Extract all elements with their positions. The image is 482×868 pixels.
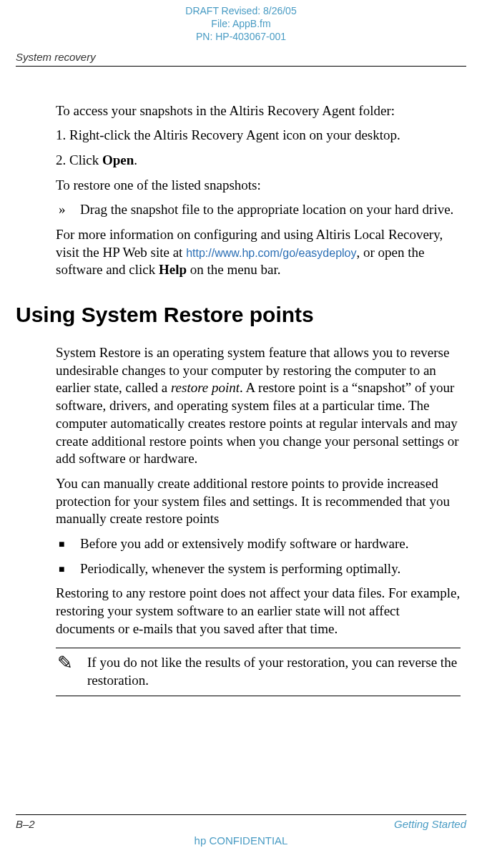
square-item-text: Before you add or extensively modify sof… xyxy=(80,535,409,553)
draft-line-2: File: AppB.fm xyxy=(0,17,482,30)
section-heading: Using System Restore points xyxy=(16,301,461,328)
ordered-item-1: 1. Right-click the Altiris Recovery Agen… xyxy=(56,127,461,145)
help-label: Help xyxy=(159,262,187,277)
draft-header: DRAFT Revised: 8/26/05 File: AppB.fm PN:… xyxy=(0,0,482,44)
list-number: 2. xyxy=(56,152,69,167)
list-text-a: Click xyxy=(69,152,102,167)
footer-title: Getting Started xyxy=(394,818,466,830)
restore-paragraph-1: System Restore is an operating system fe… xyxy=(56,344,461,468)
running-header: System recovery xyxy=(0,51,482,63)
draft-line-1: DRAFT Revised: 8/26/05 xyxy=(0,4,482,17)
arrow-item-text: Drag the snapshot file to the appropriat… xyxy=(80,201,453,219)
list-text-b: . xyxy=(134,152,137,167)
note-text: If you do not like the results of your r… xyxy=(87,654,461,689)
footer-rule xyxy=(16,814,466,815)
arrow-bullet-icon: » xyxy=(56,201,80,219)
list-text: Right-click the Altiris Recovery Agent i… xyxy=(69,127,400,142)
page-content: To access your snapshots in the Altiris … xyxy=(0,67,482,696)
note-block: ✎ If you do not like the results of your… xyxy=(56,648,461,696)
intro-paragraph-2: To restore one of the listed snapshots: xyxy=(56,177,461,195)
square-bullet-icon: ■ xyxy=(56,535,80,553)
restore-point-term: restore point xyxy=(171,380,240,395)
info-text-c: on the menu bar. xyxy=(187,262,280,277)
restore-paragraph-3: Restoring to any restore point does not … xyxy=(56,585,461,638)
confidential-label: hp CONFIDENTIAL xyxy=(16,834,466,847)
ordered-item-2: 2. Click Open. xyxy=(56,152,461,170)
arrow-list-item: » Drag the snapshot file to the appropri… xyxy=(56,201,461,219)
info-paragraph: For more information on configuring and … xyxy=(56,226,461,279)
page-footer: B–2 Getting Started hp CONFIDENTIAL xyxy=(16,814,466,847)
pencil-note-icon: ✎ xyxy=(56,654,87,689)
square-bullet-icon: ■ xyxy=(56,560,80,578)
list-number: 1. xyxy=(56,127,69,142)
square-list-item-1: ■ Before you add or extensively modify s… xyxy=(56,535,461,553)
easydeploy-link[interactable]: http://www.hp.com/go/easydeploy xyxy=(186,247,356,259)
restore-paragraph-2: You can manually create additional resto… xyxy=(56,475,461,528)
draft-line-3: PN: HP-403067-001 xyxy=(0,30,482,43)
square-item-text: Periodically, whenever the system is per… xyxy=(80,560,400,578)
intro-paragraph-1: To access your snapshots in the Altiris … xyxy=(56,102,461,120)
page-number: B–2 xyxy=(16,818,35,830)
open-label: Open xyxy=(102,152,134,167)
square-list-item-2: ■ Periodically, whenever the system is p… xyxy=(56,560,461,578)
